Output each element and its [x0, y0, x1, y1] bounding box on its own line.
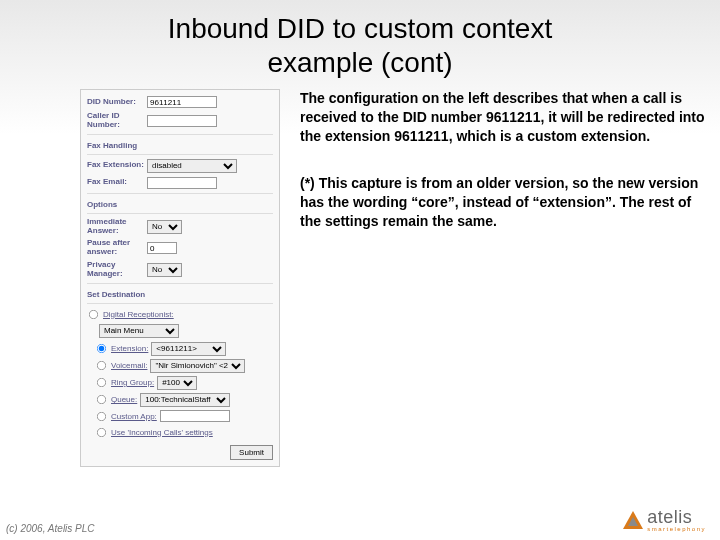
dest-extension-radio[interactable]	[97, 344, 106, 353]
dest-queue-radio[interactable]	[97, 395, 106, 404]
ring-group-select[interactable]: #100	[157, 376, 197, 390]
dest-digital-receptionist-radio[interactable]	[89, 310, 98, 319]
dest-digital-receptionist-row: Digital Receptionist:	[87, 308, 273, 321]
dest-voicemail-radio[interactable]	[97, 361, 106, 370]
dest-queue-row: Queue: 100:TechnicalStaff	[95, 393, 273, 407]
fax-email-input[interactable]	[147, 177, 217, 189]
fax-extension-select[interactable]: disabled	[147, 159, 237, 173]
privacy-manager-select[interactable]: No	[147, 263, 182, 277]
logo-tagline: smartelephony	[647, 526, 706, 532]
custom-app-input[interactable]	[160, 410, 230, 422]
fax-handling-heading: Fax Handling	[87, 141, 273, 150]
slide-title: Inbound DID to custom context example (c…	[0, 0, 720, 79]
dest-ring-group-label: Ring Group:	[111, 378, 154, 387]
description-paragraph-2: (*) This capture is from an older versio…	[300, 174, 710, 231]
dest-digital-receptionist-label: Digital Receptionist:	[103, 310, 174, 319]
pause-after-answer-input[interactable]	[147, 242, 177, 254]
content-area: DID Number: Caller ID Number: Fax Handli…	[0, 89, 720, 466]
privacy-manager-label: Privacy Manager:	[87, 261, 147, 279]
dest-custom-app-row: Custom App:	[95, 410, 273, 423]
submit-button[interactable]: Submit	[230, 445, 273, 460]
caller-id-input[interactable]	[147, 115, 217, 127]
dest-extension-row: Extension: <9611211>	[95, 342, 273, 356]
dest-custom-app-label: Custom App:	[111, 412, 157, 421]
dest-queue-label: Queue:	[111, 395, 137, 404]
copyright-footer: (c) 2006, Atelis PLC	[6, 523, 95, 534]
dest-voicemail-label: Voicemail:	[111, 361, 147, 370]
description-paragraph-1: The configuration on the left describes …	[300, 89, 710, 146]
did-number-input[interactable]	[147, 96, 217, 108]
description-column: The configuration on the left describes …	[280, 89, 710, 466]
dest-ring-group-radio[interactable]	[97, 378, 106, 387]
immediate-answer-select[interactable]: No	[147, 220, 182, 234]
dest-voicemail-row: Voicemail: "Nir Simionovich" <211>	[95, 359, 273, 373]
pause-after-answer-label: Pause after answer:	[87, 239, 147, 257]
options-heading: Options	[87, 200, 273, 209]
dest-incoming-calls-row: Use 'Incoming Calls' settings	[95, 426, 273, 439]
did-number-label: DID Number:	[87, 98, 147, 107]
set-destination-heading: Set Destination	[87, 290, 273, 299]
atelis-logo: atelis smartelephony	[623, 508, 706, 532]
title-line1: Inbound DID to custom context	[168, 13, 552, 44]
config-panel: DID Number: Caller ID Number: Fax Handli…	[80, 89, 280, 466]
immediate-answer-label: Immediate Answer:	[87, 218, 147, 236]
digital-receptionist-select[interactable]: Main Menu	[99, 324, 179, 338]
title-line2: example (cont)	[267, 47, 452, 78]
logo-name: atelis	[647, 508, 706, 526]
dest-ring-group-row: Ring Group: #100	[95, 376, 273, 390]
dest-incoming-calls-label: Use 'Incoming Calls' settings	[111, 428, 213, 437]
extension-select[interactable]: <9611211>	[151, 342, 226, 356]
caller-id-label: Caller ID Number:	[87, 112, 147, 130]
fax-email-label: Fax Email:	[87, 178, 147, 187]
voicemail-select[interactable]: "Nir Simionovich" <211>	[150, 359, 245, 373]
logo-triangle-icon	[623, 511, 643, 529]
fax-extension-label: Fax Extension:	[87, 161, 147, 170]
queue-select[interactable]: 100:TechnicalStaff	[140, 393, 230, 407]
dest-extension-label: Extension:	[111, 344, 148, 353]
dest-incoming-calls-radio[interactable]	[97, 428, 106, 437]
dest-custom-app-radio[interactable]	[97, 412, 106, 421]
